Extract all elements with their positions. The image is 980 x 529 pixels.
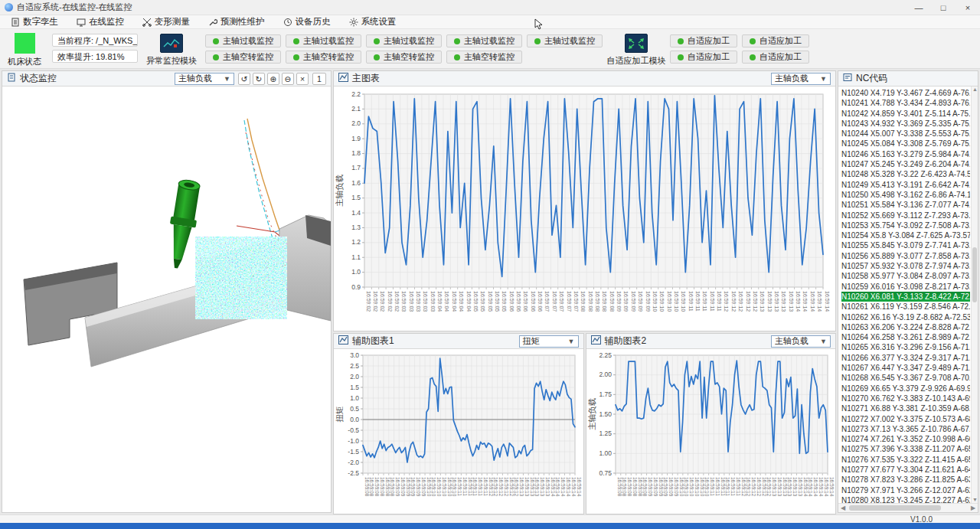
spindle-overload-monitor-button[interactable]: 主轴过载监控 <box>527 34 603 47</box>
nc-code-panel: NC代码 N10240 X4.719 Y-3.467 Z-4.669 A-76.… <box>838 70 978 513</box>
nc-code-line[interactable]: N10258 X5.977 Y-3.084 Z-8.097 A-73.138 <box>841 271 970 281</box>
nc-code-line[interactable]: N10274 X7.261 Y-3.352 Z-10.998 A-66.67 <box>841 434 970 444</box>
nc-code-line-selected[interactable]: N10260 X6.081 Y-3.133 Z-8.422 A-72.835 <box>841 292 970 302</box>
maximize-button[interactable]: □ <box>931 0 956 15</box>
svg-text:16:59:13: 16:59:13 <box>545 477 550 497</box>
nc-code-line[interactable]: N10261 X6.119 Y-3.159 Z-8.546 A-72.701 <box>841 302 970 312</box>
svg-text:16:59:12: 16:59:12 <box>766 477 772 497</box>
nc-code-line[interactable]: N10254 X5.8 Y-3.084 Z-7.625 A-73.571 C <box>841 230 970 240</box>
nc-code-line[interactable]: N10252 X5.669 Y-3.112 Z-7.293 A-73.844 <box>841 211 970 220</box>
main-chart-signal-select[interactable]: 主轴负载 ▼ <box>771 73 831 85</box>
scroll-left-arrow-icon[interactable]: ◀ <box>838 504 848 512</box>
menu-item-device-history[interactable]: 设备历史 <box>277 15 341 28</box>
nc-code-line[interactable]: N10251 X5.584 Y-3.136 Z-7.077 A-74.012 <box>841 200 970 210</box>
nc-code-line[interactable]: N10243 X4.932 Y-3.369 Z-5.335 A-75.523 <box>841 119 970 129</box>
nc-code-line[interactable]: N10242 X4.859 Y-3.401 Z-5.114 A-75.775 <box>841 109 970 119</box>
menu-item-deformation[interactable]: 变形测量 <box>136 15 201 28</box>
nc-code-line[interactable]: N10278 X7.823 Y-3.286 Z-11.825 A-63.73 <box>841 475 970 485</box>
nc-hscroll-thumb[interactable] <box>849 505 941 511</box>
menu-item-digital-twin[interactable]: 数字孪生 <box>5 15 69 28</box>
rotate-ccw-icon[interactable]: ↺ <box>238 73 250 85</box>
svg-text:16:59:14: 16:59:14 <box>808 477 813 497</box>
nc-code-line[interactable]: N10267 X6.447 Y-3.347 Z-9.489 A-71.055 <box>841 363 970 373</box>
svg-text:1.5: 1.5 <box>350 384 359 391</box>
nc-code-line[interactable]: N10246 X5.163 Y-3.279 Z-5.984 A-74.892 <box>841 149 970 159</box>
3d-viewport[interactable] <box>2 87 331 512</box>
svg-text:16:59:12: 16:59:12 <box>514 477 519 497</box>
minimize-button[interactable]: — <box>906 0 931 15</box>
rotate-cw-icon[interactable]: ↻ <box>253 73 265 85</box>
scroll-right-arrow-icon[interactable]: ▶ <box>969 504 978 512</box>
nc-code-line[interactable]: N10276 X7.535 Y-3.322 Z-11.415 A-65.22 <box>841 455 970 465</box>
nc-horizontal-scrollbar[interactable]: ◀ ▶ <box>838 503 978 512</box>
spindle-idle-monitor-button[interactable]: 主轴空转监控 <box>366 51 442 64</box>
nc-code-line[interactable]: N10275 X7.396 Y-3.338 Z-11.207 A-65.95 <box>841 444 970 454</box>
nc-code-line[interactable]: N10244 X5.007 Y-3.338 Z-5.553 A-75.297 <box>841 129 970 139</box>
wrench-icon <box>208 18 217 27</box>
nc-code-line[interactable]: N10245 X5.084 Y-3.308 Z-5.769 A-75.088 <box>841 139 970 149</box>
nc-code-line[interactable]: N10248 X5.328 Y-3.22 Z-6.423 A-74.52 C <box>841 169 970 179</box>
close-button[interactable]: × <box>956 0 980 15</box>
adaptive-machining-button[interactable]: 自适应加工 <box>742 34 809 47</box>
spindle-idle-monitor-button[interactable]: 主轴空转监控 <box>446 51 522 64</box>
svg-text:16:59:12: 16:59:12 <box>746 477 751 497</box>
svg-text:16:59:07: 16:59:07 <box>573 291 579 312</box>
spindle-overload-monitor-button[interactable]: 主轴过载监控 <box>366 34 442 47</box>
status-signal-select[interactable]: 主轴负载 ▼ <box>175 73 234 85</box>
nc-code-line[interactable]: N10263 X6.206 Y-3.224 Z-8.828 A-72.33 C <box>841 322 970 332</box>
nc-code-line[interactable]: N10269 X6.65 Y-3.379 Z-9.926 A-69.947 C <box>841 384 970 393</box>
nc-code-line[interactable]: N10259 X6.016 Y-3.098 Z-8.217 A-73.036 <box>841 282 970 292</box>
nc-code-line[interactable]: N10277 X7.677 Y-3.304 Z-11.621 A-64.48 <box>841 465 970 475</box>
zoom-out-icon[interactable]: ⊖ <box>282 73 294 85</box>
svg-text:16:59:05: 16:59:05 <box>501 291 507 312</box>
nc-code-line[interactable]: N10271 X6.88 Y-3.381 Z-10.359 A-68.711 <box>841 403 970 413</box>
fit-view-icon[interactable]: × <box>296 73 309 85</box>
nc-code-line[interactable]: N10257 X5.932 Y-3.078 Z-7.974 A-73.243 <box>841 261 970 271</box>
nc-code-line[interactable]: N10272 X7.002 Y-3.375 Z-10.573 A-68.05 <box>841 414 970 424</box>
menu-item-online-monitor[interactable]: 在线监控 <box>70 15 135 28</box>
title-bar: 自适应系统-在线监控-在线监控 — □ × <box>0 0 980 15</box>
nc-code-line[interactable]: N10249 X5.413 Y-3.191 Z-6.642 A-74.346 <box>841 180 970 190</box>
view-spinner[interactable]: 1 <box>312 73 326 85</box>
nc-code-line[interactable]: N10280 X8.123 Y-3.245 Z-12.227 A-62.23 <box>841 495 970 503</box>
scroll-up-arrow-icon[interactable]: ▲ <box>972 87 978 93</box>
adaptive-machining-button[interactable]: 自适应加工 <box>670 34 737 47</box>
nc-code-line[interactable]: N10264 X6.258 Y-3.261 Z-8.989 A-72.072 <box>841 332 970 342</box>
aux1-signal-select[interactable]: 扭矩 ▼ <box>519 335 579 348</box>
svg-text:16:59:12: 16:59:12 <box>751 477 756 497</box>
spindle-idle-monitor-button[interactable]: 主轴空转监控 <box>286 51 361 64</box>
nc-code-line[interactable]: N10253 X5.754 Y-3.092 Z-7.508 A-73.677 <box>841 220 970 230</box>
zoom-in-icon[interactable]: ⊕ <box>267 73 279 85</box>
scroll-down-arrow-icon[interactable]: ▼ <box>972 497 978 503</box>
nc-code-line[interactable]: N10250 X5.498 Y-3.162 Z-6.86 A-74.178 C <box>841 190 970 200</box>
adaptive-machining-button[interactable]: 自适应加工 <box>742 51 809 64</box>
aux2-signal-select[interactable]: 主轴负载 ▼ <box>771 335 831 348</box>
nc-code-line[interactable]: N10241 X4.788 Y-3.434 Z-4.893 A-76.062 <box>841 98 970 108</box>
spindle-idle-monitor-button[interactable]: 主轴空转监控 <box>205 51 281 64</box>
nc-code-line[interactable]: N10256 X5.889 Y-3.077 Z-7.858 A-73.348 <box>841 251 970 261</box>
nc-code-line[interactable]: N10268 X6.545 Y-3.367 Z-9.708 A-70.519 <box>841 373 970 383</box>
menu-item-predictive-maintenance[interactable]: 预测性维护 <box>202 15 276 28</box>
nc-code-line[interactable]: N10273 X7.13 Y-3.365 Z-10.786 A-67.372 <box>841 424 970 434</box>
svg-text:2.25: 2.25 <box>599 351 612 359</box>
svg-text:16:59:14: 16:59:14 <box>802 291 808 312</box>
spindle-overload-monitor-button[interactable]: 主轴过载监控 <box>205 34 281 47</box>
svg-text:16:59:11: 16:59:11 <box>472 477 478 496</box>
nc-code-line[interactable]: N10266 X6.377 Y-3.324 Z-9.317 A-71.443 <box>841 353 970 363</box>
app-window: 自适应系统-在线监控-在线监控 — □ × 数字孪生 在线监控 变形测量 预测性… <box>0 0 980 529</box>
svg-text:16:59:08: 16:59:08 <box>374 477 380 497</box>
nc-code-line[interactable]: N10270 X6.762 Y-3.383 Z-10.143 A-69.34 <box>841 393 970 403</box>
svg-text:16:59:11: 16:59:11 <box>735 477 740 496</box>
adaptive-machining-button[interactable]: 自适应加工 <box>670 51 737 64</box>
nc-code-line[interactable]: N10262 X6.16 Y-3.19 Z-8.682 A-72.534 C <box>841 312 970 322</box>
nc-code-line[interactable]: N10247 X5.245 Y-3.249 Z-6.204 A-74.701 <box>841 159 970 169</box>
spindle-overload-monitor-button[interactable]: 主轴过载监控 <box>286 34 361 47</box>
nc-vertical-scrollbar[interactable]: ▲ ▼ <box>971 87 978 503</box>
nc-code-line[interactable]: N10240 X4.719 Y-3.467 Z-4.669 A-76.396 <box>841 88 970 98</box>
spindle-overload-monitor-button[interactable]: 主轴过载监控 <box>446 34 522 47</box>
nc-code-line[interactable]: N10279 X7.971 Y-3.266 Z-12.027 A-62.98 <box>841 485 970 495</box>
menu-item-settings[interactable]: 系统设置 <box>343 15 407 28</box>
nc-code-line[interactable]: N10255 X5.845 Y-3.079 Z-7.741 A-73.458 <box>841 240 970 250</box>
nc-vscroll-thumb[interactable] <box>972 247 977 302</box>
nc-code-line[interactable]: N10265 X6.316 Y-3.296 Z-9.156 A-71.771 <box>841 342 970 352</box>
